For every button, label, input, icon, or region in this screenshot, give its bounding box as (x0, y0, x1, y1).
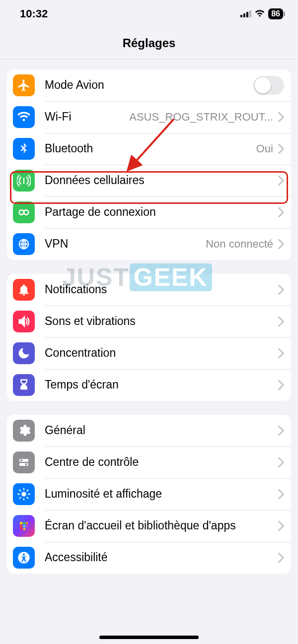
row-value: ASUS_ROG_STRIX_ROUT... (129, 111, 273, 124)
svg-rect-20 (23, 528, 25, 530)
chevron-right-icon (278, 317, 284, 326)
settings-group-system: Notifications Sons et vibrations Concent… (7, 274, 291, 401)
svg-point-10 (20, 459, 22, 461)
svg-rect-13 (20, 522, 22, 524)
row-label: Partage de connexion (45, 205, 156, 219)
bluetooth-icon (13, 138, 35, 160)
row-bluetooth[interactable]: Bluetooth Oui (7, 133, 291, 165)
display-brightness-icon (13, 483, 35, 505)
chevron-right-icon (278, 489, 284, 499)
chevron-right-icon (278, 112, 284, 122)
svg-rect-17 (23, 525, 25, 527)
chevron-right-icon (278, 144, 284, 154)
chevron-right-icon (278, 426, 284, 436)
row-label: Centre de contrôle (45, 455, 139, 469)
homescreen-icon (13, 515, 35, 537)
row-label: Bluetooth (45, 142, 93, 156)
svg-point-4 (19, 210, 24, 214)
row-cellular-data[interactable]: Données cellulaires (7, 165, 291, 196)
chevron-right-icon (278, 457, 284, 467)
row-value: Non connecté (206, 238, 273, 251)
row-wifi[interactable]: Wi-Fi ASUS_ROG_STRIX_ROUT... (7, 101, 291, 133)
row-label: Accessibilité (45, 551, 108, 565)
settings-group-device: Général Centre de contrôle Luminosité et… (7, 415, 291, 574)
page-title: Réglages (0, 27, 298, 60)
row-home-screen[interactable]: Écran d'accueil et bibliothèque d'apps (7, 510, 291, 542)
controlcenter-icon (13, 451, 35, 473)
wifi-tile-icon (13, 106, 35, 128)
status-indicators: 86 (240, 7, 283, 20)
row-label: Temps d'écran (45, 378, 119, 392)
chevron-right-icon (278, 239, 284, 249)
row-label: Luminosité et affichage (45, 487, 162, 501)
cellular-icon (13, 170, 35, 192)
chevron-right-icon (278, 176, 284, 186)
row-label: Données cellulaires (45, 174, 145, 188)
wifi-icon (254, 7, 265, 20)
chevron-right-icon (278, 521, 284, 531)
row-label: Écran d'accueil et bibliothèque d'apps (45, 519, 236, 533)
row-label: Wi-Fi (45, 110, 72, 124)
screentime-icon (13, 374, 35, 396)
row-value: Oui (256, 142, 273, 155)
svg-rect-19 (20, 528, 22, 530)
row-screen-time[interactable]: Temps d'écran (7, 369, 291, 401)
svg-point-22 (23, 553, 25, 555)
svg-point-12 (21, 492, 26, 496)
row-label: Général (45, 424, 85, 438)
airplane-toggle[interactable] (253, 76, 284, 95)
row-label: Sons et vibrations (45, 315, 136, 328)
row-sounds[interactable]: Sons et vibrations (7, 306, 291, 337)
accessibility-icon (13, 547, 35, 569)
status-bar: 10:32 86 (0, 0, 298, 27)
focus-icon (13, 342, 35, 364)
row-focus[interactable]: Concentration (7, 337, 291, 369)
sounds-icon (13, 311, 35, 332)
row-label: Notifications (45, 283, 107, 297)
chevron-right-icon (278, 380, 284, 390)
row-general[interactable]: Général (7, 415, 291, 447)
cellular-signal-icon (240, 7, 251, 20)
status-time: 10:32 (20, 7, 48, 20)
row-control-center[interactable]: Centre de contrôle (7, 447, 291, 478)
svg-rect-0 (240, 15, 242, 17)
row-personal-hotspot[interactable]: Partage de connexion (7, 196, 291, 228)
svg-rect-18 (26, 525, 28, 527)
hotspot-icon (13, 201, 35, 223)
svg-rect-1 (243, 13, 245, 17)
row-label: Concentration (45, 346, 116, 360)
battery-badge: 86 (268, 8, 283, 19)
row-notifications[interactable]: Notifications (7, 274, 291, 306)
svg-rect-3 (249, 10, 251, 17)
gear-icon (13, 420, 35, 442)
home-indicator (99, 636, 199, 639)
chevron-right-icon (278, 285, 284, 295)
svg-point-11 (25, 463, 27, 465)
chevron-right-icon (278, 348, 284, 358)
chevron-right-icon (278, 553, 284, 563)
svg-rect-15 (26, 522, 28, 524)
settings-group-connectivity: Mode Avion Wi-Fi ASUS_ROG_STRIX_ROUT... … (7, 69, 291, 260)
row-vpn[interactable]: VPN Non connecté (7, 228, 291, 260)
svg-point-5 (24, 210, 28, 214)
row-accessibility[interactable]: Accessibilité (7, 542, 291, 574)
row-airplane-mode[interactable]: Mode Avion (7, 69, 291, 101)
row-label: Mode Avion (45, 78, 104, 92)
notifications-icon (13, 279, 35, 301)
vpn-icon (13, 233, 35, 255)
svg-rect-16 (20, 525, 22, 527)
airplane-icon (13, 74, 35, 96)
svg-rect-14 (23, 522, 25, 524)
row-label: VPN (45, 237, 68, 251)
row-display[interactable]: Luminosité et affichage (7, 478, 291, 510)
chevron-right-icon (278, 207, 284, 217)
svg-rect-2 (246, 12, 248, 17)
